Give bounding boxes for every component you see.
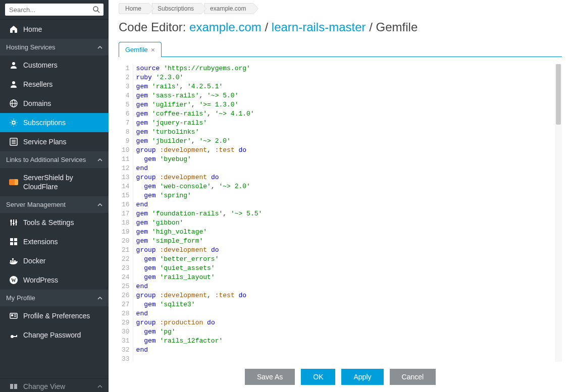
- line-gutter: 1 2 3 4 5 6 7 8 9 10 11 12 13 14 15 16 1…: [119, 64, 133, 362]
- chevron-up-icon: [97, 202, 102, 207]
- sidebar-item-docker[interactable]: Docker: [0, 251, 109, 270]
- svg-rect-35: [14, 384, 17, 389]
- sidebar-item-label: Change Password: [23, 331, 81, 339]
- sidebar-item-label: Resellers: [23, 80, 53, 88]
- globe-icon: [9, 99, 18, 108]
- search-box: [5, 4, 103, 16]
- button-bar: Save As OK Apply Cancel: [109, 362, 572, 392]
- chevron-up-icon: [97, 384, 102, 389]
- sidebar-item-service-plans[interactable]: Service Plans: [0, 132, 109, 151]
- svg-rect-20: [14, 242, 17, 245]
- svg-point-28: [12, 315, 13, 316]
- sidebar-item-change-password[interactable]: Change Password: [0, 325, 109, 345]
- tab-label: Gemfile: [125, 46, 148, 53]
- svg-rect-18: [14, 238, 17, 241]
- svg-rect-15: [13, 223, 15, 224]
- person-icon: [9, 61, 18, 70]
- search-input[interactable]: [5, 4, 103, 16]
- sidebar-section-links[interactable]: Links to Additional Services: [0, 151, 109, 168]
- svg-rect-17: [10, 238, 13, 241]
- sidebar-item-domains[interactable]: Domains: [0, 94, 109, 113]
- svg-rect-19: [10, 242, 13, 245]
- section-label: Links to Additional Services: [6, 156, 86, 163]
- sidebar-item-label: Subscriptions: [23, 119, 66, 127]
- sidebar-item-label: Home: [23, 25, 42, 33]
- save-as-button[interactable]: Save As: [245, 369, 295, 385]
- code-content[interactable]: source 'https://rubygems.org'ruby '2.3.0…: [133, 64, 562, 362]
- card-icon: [9, 311, 18, 320]
- chevron-up-icon: [97, 296, 102, 301]
- sidebar-item-label: Customers: [23, 61, 58, 69]
- sidebar: Home Hosting Services Customers Reseller…: [0, 0, 109, 392]
- svg-point-0: [93, 7, 98, 11]
- section-label: Hosting Services: [6, 43, 56, 51]
- sidebar-item-tools[interactable]: Tools & Settings: [0, 213, 109, 232]
- section-label: My Profile: [6, 294, 35, 302]
- key-icon: [9, 330, 18, 340]
- svg-rect-34: [10, 384, 13, 389]
- list-icon: [9, 137, 18, 146]
- breadcrumb-item[interactable]: Home: [119, 3, 149, 14]
- sidebar-item-label: Service Plans: [23, 138, 67, 146]
- sidebar-item-label: Docker: [23, 257, 45, 265]
- sidebar-item-subscriptions[interactable]: Subscriptions: [0, 113, 109, 132]
- page-title: Code Editor: example.com / learn-rails-m…: [109, 16, 572, 41]
- sidebar-item-label: Domains: [23, 99, 51, 107]
- sidebar-item-label: Extensions: [23, 238, 58, 246]
- code-editor[interactable]: 1 2 3 4 5 6 7 8 9 10 11 12 13 14 15 16 1…: [119, 64, 562, 362]
- svg-point-3: [12, 81, 15, 84]
- scrollbar[interactable]: [555, 64, 562, 362]
- svg-rect-24: [12, 258, 14, 260]
- scrollbar-thumb[interactable]: [556, 64, 561, 125]
- grid-icon: [9, 237, 18, 246]
- person-icon: [9, 80, 18, 89]
- svg-rect-12: [13, 219, 14, 226]
- chevron-up-icon: [97, 45, 102, 50]
- svg-point-2: [12, 62, 15, 65]
- section-label: Server Management: [6, 201, 66, 208]
- search-icon: [92, 6, 100, 14]
- sidebar-item-resellers[interactable]: Resellers: [0, 75, 109, 94]
- sidebar-item-wordpress[interactable]: W WordPress: [0, 270, 109, 290]
- breadcrumb: Home Subscriptions example.com: [109, 0, 572, 16]
- switch-icon: [9, 382, 18, 391]
- tab-gemfile[interactable]: Gemfile ×: [119, 42, 162, 57]
- svg-rect-23: [14, 260, 16, 262]
- breadcrumb-item[interactable]: example.com: [204, 3, 253, 14]
- apply-button[interactable]: Apply: [341, 369, 383, 385]
- sidebar-item-cloudflare[interactable]: ServerShield by CloudFlare: [0, 168, 109, 196]
- tabs: Gemfile ×: [119, 41, 562, 57]
- sidebar-item-label: Tools & Settings: [23, 218, 74, 227]
- sidebar-item-extensions[interactable]: Extensions: [0, 232, 109, 251]
- sidebar-section-server[interactable]: Server Management: [0, 196, 109, 213]
- sidebar-section-hosting[interactable]: Hosting Services: [0, 39, 109, 55]
- title-link-domain[interactable]: example.com: [189, 20, 262, 34]
- sidebar-item-change-view[interactable]: Change View: [0, 378, 109, 392]
- sidebar-item-label: Change View: [23, 382, 65, 390]
- svg-rect-16: [15, 221, 17, 222]
- sidebar-item-customers[interactable]: Customers: [0, 55, 109, 75]
- svg-text:W: W: [11, 277, 16, 283]
- svg-rect-21: [10, 260, 12, 262]
- svg-rect-14: [10, 220, 12, 221]
- chevron-up-icon: [97, 157, 102, 162]
- wordpress-icon: W: [9, 275, 18, 285]
- close-icon[interactable]: ×: [151, 46, 155, 53]
- main-content: Home Subscriptions example.com Code Edit…: [109, 0, 572, 392]
- svg-rect-11: [11, 219, 12, 226]
- sidebar-item-profile-prefs[interactable]: Profile & Preferences: [0, 306, 109, 325]
- svg-line-1: [97, 11, 99, 13]
- cancel-button[interactable]: Cancel: [390, 369, 436, 385]
- title-link-folder[interactable]: learn-rails-master: [272, 20, 366, 34]
- cloudflare-icon: [9, 178, 18, 187]
- sliders-icon: [9, 218, 18, 227]
- sidebar-section-profile[interactable]: My Profile: [0, 290, 109, 306]
- sidebar-item-label: Profile & Preferences: [23, 312, 90, 320]
- sidebar-item-home[interactable]: Home: [0, 20, 109, 39]
- sidebar-item-label: ServerShield by CloudFlare: [23, 173, 102, 191]
- breadcrumb-item[interactable]: Subscriptions: [152, 3, 201, 14]
- sidebar-item-label: WordPress: [23, 276, 58, 284]
- gear-icon: [9, 118, 18, 127]
- home-icon: [9, 25, 18, 34]
- ok-button[interactable]: OK: [301, 369, 335, 385]
